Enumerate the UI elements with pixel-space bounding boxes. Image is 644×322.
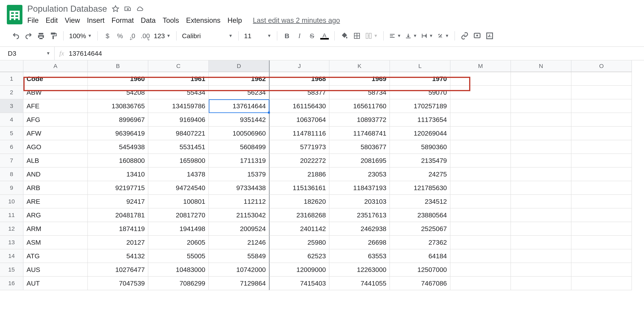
cell[interactable]: 10742000 — [209, 263, 269, 277]
bold-button[interactable]: B — [283, 30, 291, 41]
cell[interactable]: 97334438 — [209, 181, 269, 195]
cell[interactable]: 5531451 — [148, 140, 209, 154]
fill-color-button[interactable] — [340, 30, 349, 41]
cell[interactable]: AFE — [24, 99, 88, 113]
cell[interactable]: 58377 — [269, 86, 330, 99]
cell[interactable]: 1968 — [269, 72, 330, 86]
cell[interactable] — [572, 86, 632, 99]
cell[interactable] — [511, 86, 572, 99]
font-select[interactable]: Calibri▼ — [182, 32, 233, 40]
cell[interactable]: AGO — [24, 140, 88, 154]
cell[interactable]: 20127 — [88, 236, 148, 249]
cell[interactable]: 54132 — [88, 249, 148, 263]
cell[interactable] — [511, 236, 572, 249]
borders-button[interactable] — [353, 30, 361, 41]
cell[interactable]: 7129864 — [209, 277, 269, 290]
cell[interactable]: 21246 — [209, 236, 269, 249]
font-size-select[interactable]: 11▼ — [244, 32, 272, 40]
formula-input[interactable]: 137614644 — [69, 50, 102, 57]
cell[interactable]: 1962 — [209, 72, 269, 86]
cell[interactable] — [511, 263, 572, 277]
cell[interactable]: AFG — [24, 113, 88, 127]
cell[interactable]: 2525067 — [390, 222, 450, 236]
row-head-6[interactable]: 6 — [0, 140, 24, 154]
cell[interactable]: 23053 — [330, 167, 390, 181]
cell[interactable] — [572, 263, 632, 277]
cell[interactable]: 27362 — [390, 236, 450, 249]
number-format-select[interactable]: 123▼ — [154, 32, 171, 40]
row-head-9[interactable]: 9 — [0, 181, 24, 195]
cell[interactable]: ARG — [24, 208, 88, 222]
cell[interactable]: 64184 — [390, 249, 450, 263]
cell[interactable] — [450, 72, 511, 86]
col-head-C[interactable]: C — [148, 60, 209, 72]
cell[interactable] — [511, 277, 572, 290]
last-edit-link[interactable]: Last edit was 2 minutes ago — [253, 16, 340, 24]
paint-format-icon[interactable] — [49, 30, 58, 41]
cell[interactable]: 94724540 — [148, 181, 209, 195]
percent-button[interactable]: % — [116, 30, 124, 41]
row-head-2[interactable]: 2 — [0, 86, 24, 99]
cell[interactable] — [450, 249, 511, 263]
cell[interactable]: 96396419 — [88, 127, 148, 140]
cell[interactable] — [511, 167, 572, 181]
cell[interactable] — [450, 113, 511, 127]
cell[interactable] — [511, 113, 572, 127]
cell[interactable]: 20605 — [148, 236, 209, 249]
cell[interactable]: 2022272 — [269, 154, 330, 167]
cell[interactable]: 2081695 — [330, 154, 390, 167]
cell[interactable]: 7441055 — [330, 277, 390, 290]
wrap-button[interactable]: ▼ — [421, 33, 433, 39]
row-head-16[interactable]: 16 — [0, 277, 24, 290]
redo-icon[interactable] — [24, 30, 33, 41]
cell[interactable] — [450, 208, 511, 222]
cell[interactable]: 134159786 — [148, 99, 209, 113]
cell[interactable]: 203103 — [330, 195, 390, 208]
cell[interactable]: 121785630 — [390, 181, 450, 195]
cell[interactable]: 13410 — [88, 167, 148, 181]
cell[interactable]: ARB — [24, 181, 88, 195]
cell[interactable]: 114781116 — [269, 127, 330, 140]
cell[interactable] — [511, 181, 572, 195]
italic-button[interactable]: I — [295, 30, 304, 41]
cell[interactable]: 10276477 — [88, 263, 148, 277]
cell[interactable] — [450, 140, 511, 154]
cell[interactable]: Code — [24, 72, 88, 86]
cell[interactable] — [511, 195, 572, 208]
cell[interactable] — [511, 249, 572, 263]
undo-icon[interactable] — [12, 30, 20, 41]
row-head-13[interactable]: 13 — [0, 236, 24, 249]
cell[interactable]: 9169406 — [148, 113, 209, 127]
row-head-14[interactable]: 14 — [0, 249, 24, 263]
cell[interactable]: 12507000 — [390, 263, 450, 277]
cell[interactable]: 55005 — [148, 249, 209, 263]
cell[interactable]: ALB — [24, 154, 88, 167]
cell[interactable]: 56234 — [209, 86, 269, 99]
cell[interactable]: 7047539 — [88, 277, 148, 290]
col-head-O[interactable]: O — [572, 60, 632, 72]
cell[interactable] — [511, 127, 572, 140]
cell[interactable]: 20817270 — [148, 208, 209, 222]
row-head-8[interactable]: 8 — [0, 167, 24, 181]
cell[interactable]: 7415403 — [269, 277, 330, 290]
star-icon[interactable] — [112, 5, 119, 12]
select-all-corner[interactable] — [0, 60, 24, 72]
cloud-icon[interactable] — [136, 5, 144, 12]
cell[interactable]: 5803677 — [330, 140, 390, 154]
cell[interactable]: 24275 — [390, 167, 450, 181]
cell[interactable]: 115136161 — [269, 181, 330, 195]
cell[interactable] — [511, 140, 572, 154]
cell[interactable] — [572, 195, 632, 208]
cell[interactable] — [450, 236, 511, 249]
cell[interactable] — [511, 72, 572, 86]
cell[interactable] — [572, 127, 632, 140]
cell[interactable] — [450, 263, 511, 277]
menu-help[interactable]: Help — [228, 16, 242, 24]
row-head-4[interactable]: 4 — [0, 113, 24, 127]
cell[interactable]: 120269044 — [390, 127, 450, 140]
cell[interactable]: 63553 — [330, 249, 390, 263]
cell[interactable]: 55849 — [209, 249, 269, 263]
cell[interactable] — [572, 222, 632, 236]
cell[interactable] — [511, 208, 572, 222]
col-head-B[interactable]: B — [88, 60, 148, 72]
